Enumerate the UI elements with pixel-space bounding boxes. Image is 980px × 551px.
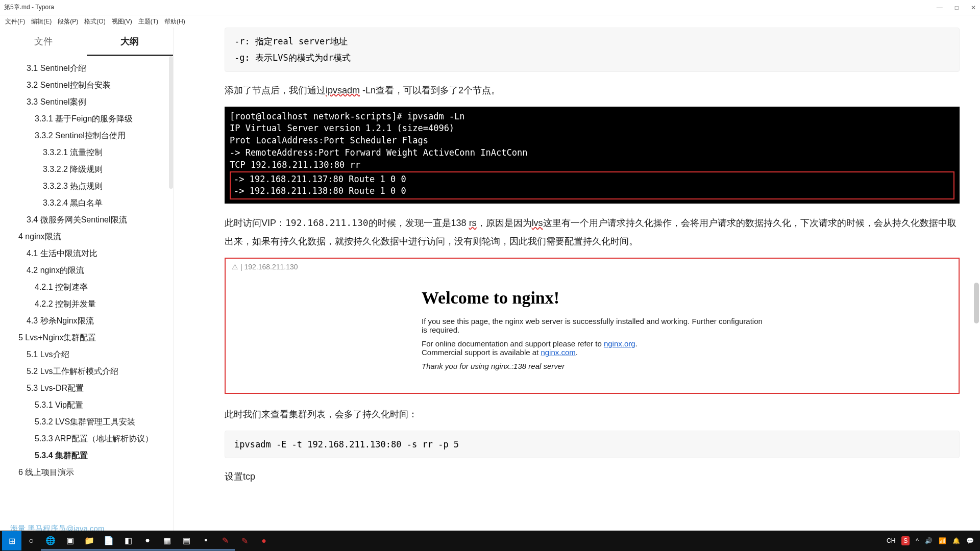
- outline-item[interactable]: 3.3.2.2 降级规则: [0, 161, 173, 178]
- menu-theme[interactable]: 主题(T): [135, 17, 161, 26]
- app-icon[interactable]: ▦: [157, 531, 177, 550]
- ide-icon[interactable]: ◧: [118, 531, 138, 550]
- content-scrollbar[interactable]: [974, 283, 979, 323]
- code-block-command: ipvsadm -E -t 192.168.211.130:80 -s rr -…: [225, 431, 960, 458]
- outline-item[interactable]: 4.2 nginx的限流: [0, 262, 173, 279]
- close-button[interactable]: ✕: [971, 4, 976, 11]
- chrome-icon[interactable]: 🌐: [41, 531, 60, 550]
- outline-item[interactable]: 5.2 Lvs工作解析模式介绍: [0, 363, 173, 380]
- outline-item[interactable]: 6 线上项目演示: [0, 464, 173, 481]
- menu-help[interactable]: 帮助(H): [161, 17, 188, 26]
- underline-text: ipvsadm: [326, 85, 360, 95]
- outline-item[interactable]: 4.3 秒杀Nginx限流: [0, 313, 173, 330]
- link-nginx-com: nginx.com: [541, 348, 575, 357]
- titlebar: 第5章.md - Typora — □ ✕: [0, 0, 980, 15]
- terminal-screenshot: [root@localhost network-scripts]# ipvsad…: [225, 107, 960, 204]
- app-icon[interactable]: ▣: [60, 531, 80, 550]
- highlight-box: -> 192.168.211.137:80 Route 1 0 0 -> 192…: [230, 171, 954, 200]
- nginx-heading: Welcome to nginx!: [422, 288, 763, 308]
- lock-icon: ⚠: [232, 263, 238, 271]
- outline-item[interactable]: 3.3.2.3 热点规则: [0, 178, 173, 195]
- outline-item[interactable]: 5.1 Lvs介绍: [0, 346, 173, 363]
- menu-file[interactable]: 文件(F): [2, 17, 28, 26]
- outline-item[interactable]: 5.3 Lvs-DR配置: [0, 380, 173, 397]
- outline-list[interactable]: 3.1 Sentinel介绍3.2 Sentinel控制台安装3.3 Senti…: [0, 56, 173, 537]
- menu-edit[interactable]: 编辑(E): [28, 17, 55, 26]
- paragraph: 此时访问VIP：192.168.211.130的时候，发现一直是138 rs，原…: [225, 214, 960, 251]
- outline-item[interactable]: 3.2 Sentinel控制台安装: [0, 77, 173, 94]
- maximize-button[interactable]: □: [955, 4, 959, 11]
- tab-file[interactable]: 文件: [0, 28, 87, 56]
- outline-item[interactable]: 5 Lvs+Nginx集群配置: [0, 330, 173, 346]
- app-icon[interactable]: ✎: [235, 531, 254, 550]
- notification-icon[interactable]: 💬: [966, 537, 974, 544]
- wifi-icon[interactable]: 📶: [939, 537, 946, 544]
- ime-indicator[interactable]: CH: [887, 537, 895, 544]
- window-title: 第5章.md - Typora: [4, 3, 937, 12]
- app-icon[interactable]: ●: [254, 531, 274, 550]
- terminal-icon[interactable]: ▪: [196, 531, 215, 550]
- sidebar: 文件 大纲 3.1 Sentinel介绍3.2 Sentinel控制台安装3.3…: [0, 28, 174, 537]
- typora-icon[interactable]: ✎: [215, 531, 235, 550]
- volume-icon[interactable]: 🔊: [925, 537, 933, 544]
- menu-paragraph[interactable]: 段落(P): [55, 17, 81, 26]
- menu-view[interactable]: 视图(V): [109, 17, 135, 26]
- outline-item[interactable]: 5.3.3 ARP配置（地址解析协议）: [0, 431, 173, 447]
- search-icon[interactable]: ○: [21, 531, 41, 550]
- url-text: 192.168.211.130: [244, 263, 298, 271]
- outline-item[interactable]: 3.3.2.1 流量控制: [0, 144, 173, 161]
- outline-item[interactable]: 3.3 Sentinel案例: [0, 94, 173, 111]
- battery-icon[interactable]: 🔔: [952, 537, 960, 544]
- outline-item[interactable]: 4.2.1 控制速率: [0, 279, 173, 296]
- explorer-icon[interactable]: 📁: [80, 531, 99, 550]
- outline-item[interactable]: 4.1 生活中限流对比: [0, 245, 173, 262]
- menubar: 文件(F) 编辑(E) 段落(P) 格式(O) 视图(V) 主题(T) 帮助(H…: [0, 15, 980, 28]
- app-icon[interactable]: ▤: [177, 531, 196, 550]
- browser-screenshot: ⚠ | 192.168.211.130 Welcome to nginx! If…: [225, 258, 960, 394]
- outline-item[interactable]: 4.2.2 控制并发量: [0, 296, 173, 313]
- minimize-button[interactable]: —: [937, 4, 943, 11]
- outline-item[interactable]: 3.4 微服务网关Sentinel限流: [0, 212, 173, 229]
- outline-item[interactable]: 4 nginx限流: [0, 229, 173, 245]
- outline-item[interactable]: 3.3.2 Sentinel控制台使用: [0, 128, 173, 144]
- outline-item[interactable]: 5.3.4 集群配置: [0, 447, 173, 464]
- sidebar-scrollbar[interactable]: [169, 56, 173, 189]
- notepad-icon[interactable]: 📄: [99, 531, 118, 550]
- code-block-options: -r: 指定real server地址 -g: 表示LVS的模式为dr模式: [225, 28, 960, 72]
- paragraph: 设置tcp: [225, 467, 960, 486]
- outline-item[interactable]: 5.3.1 Vip配置: [0, 397, 173, 414]
- editor-content[interactable]: -r: 指定real server地址 -g: 表示LVS的模式为dr模式 添加…: [174, 28, 980, 537]
- tray-icon[interactable]: S: [901, 536, 910, 545]
- browser-address-bar: ⚠ | 192.168.211.130: [228, 261, 957, 273]
- paragraph: 此时我们来查看集群列表，会多了持久化时间：: [225, 405, 960, 423]
- outline-item[interactable]: 3.3.1 基于Feign的服务降级: [0, 111, 173, 128]
- start-button[interactable]: ⊞: [2, 531, 21, 550]
- outline-item[interactable]: 3.3.2.4 黑白名单: [0, 195, 173, 212]
- paragraph: 添加了节点后，我们通过ipvsadm -Ln查看，可以看到多了2个节点。: [225, 81, 960, 99]
- taskbar: ⊞ ○ 🌐 ▣ 📁 📄 ◧ ● ▦ ▤ ▪ ✎ ✎ ● CH S ^ 🔊 📶 🔔…: [0, 531, 980, 551]
- outline-item[interactable]: 3.1 Sentinel介绍: [0, 60, 173, 77]
- app-icon[interactable]: ●: [138, 531, 157, 550]
- menu-format[interactable]: 格式(O): [81, 17, 108, 26]
- outline-item[interactable]: 5.3.2 LVS集群管理工具安装: [0, 414, 173, 431]
- link-nginx-org: nginx.org: [604, 339, 635, 348]
- tray-chevron-icon[interactable]: ^: [916, 537, 919, 544]
- tab-outline[interactable]: 大纲: [87, 28, 174, 56]
